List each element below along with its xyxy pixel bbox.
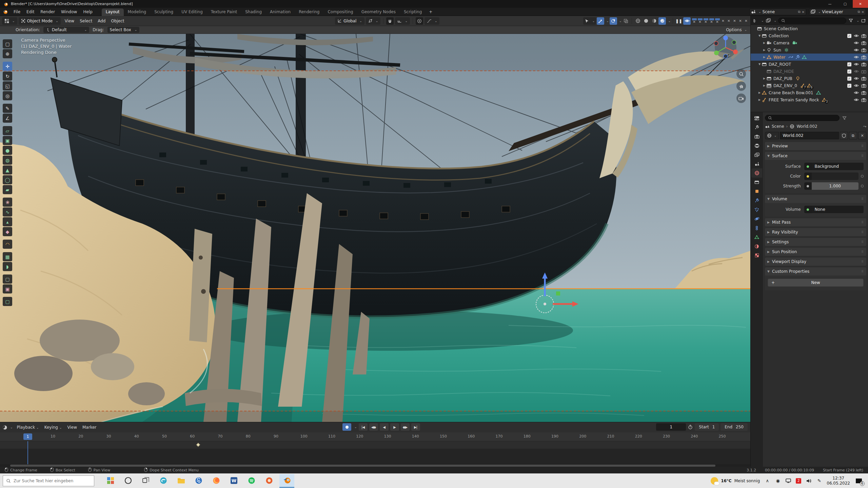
camera-toggle-icon[interactable]: [861, 47, 866, 53]
orientation-dropdown[interactable]: Default ⌄: [43, 27, 90, 33]
add-workspace-tab-button[interactable]: +: [426, 8, 435, 16]
properties-tab-constraints[interactable]: [751, 223, 762, 232]
record-icon[interactable]: ◉: [775, 478, 781, 483]
copy-icon[interactable]: ⧉: [798, 10, 800, 14]
property-field-strength[interactable]: 1.000: [804, 182, 859, 190]
add-torus-tool[interactable]: ◯: [3, 175, 12, 184]
search-input[interactable]: [14, 479, 85, 483]
camera-toggle-icon[interactable]: [861, 69, 866, 74]
taskbar-app-spotify[interactable]: [244, 474, 259, 488]
cube-liquid-tool[interactable]: ▣: [3, 284, 12, 293]
camera-toggle-icon[interactable]: [861, 97, 866, 103]
chevron-down-icon[interactable]: ⌄: [668, 19, 671, 23]
add-array-tool[interactable]: ▦: [3, 252, 12, 261]
play-reverse-button[interactable]: ◀: [380, 423, 389, 431]
outliner-row-scene-collection[interactable]: Scene Collection: [751, 25, 868, 32]
camera-toggle-icon[interactable]: [861, 40, 866, 46]
show-gizmo-toggle[interactable]: [597, 17, 604, 25]
taskbar-app-app-orange[interactable]: [262, 474, 277, 488]
expander-icon[interactable]: ▶: [762, 77, 766, 80]
new-property-button[interactable]: +New: [768, 279, 864, 287]
add-rainbow-tool[interactable]: ◠: [3, 240, 12, 249]
addon-icon[interactable]: ✕: [697, 18, 703, 24]
taskbar-app-firefox[interactable]: [209, 474, 224, 488]
breadcrumb-world[interactable]: World.002: [796, 124, 817, 129]
camera-toggle-icon[interactable]: [861, 62, 866, 67]
addon-icon[interactable]: ✕: [691, 18, 697, 24]
addon-icon[interactable]: ✕: [737, 18, 743, 24]
property-field-surface[interactable]: Background: [804, 163, 864, 170]
taskbar-search[interactable]: [3, 475, 94, 486]
tab-modeling[interactable]: Modeling: [124, 8, 151, 16]
camera-view-icon[interactable]: [736, 94, 746, 103]
pivot-point-dropdown[interactable]: ⌄: [366, 17, 381, 25]
properties-tab-modifiers[interactable]: [751, 196, 762, 205]
addon-icon[interactable]: ✕: [714, 18, 720, 24]
outliner-display-mode-dropdown[interactable]: [753, 18, 758, 23]
taskbar-app-edge[interactable]: [156, 474, 171, 488]
add-cube-outline-tool[interactable]: ▢: [3, 297, 12, 306]
xray-toggle[interactable]: [622, 17, 630, 25]
addon-icon[interactable]: ✕: [720, 18, 726, 24]
expander-icon[interactable]: ▼: [757, 34, 762, 37]
properties-tab-world[interactable]: [751, 168, 762, 178]
tab-rendering[interactable]: Rendering: [295, 8, 323, 16]
taskbar-app-cortana[interactable]: [121, 474, 136, 488]
expander-icon[interactable]: ▶: [762, 56, 766, 59]
outliner-row-daz-pub[interactable]: ▶DAZ_PUB✓: [751, 75, 868, 82]
selectability-dropdown[interactable]: ⌄: [583, 17, 596, 25]
volume-icon[interactable]: [806, 479, 812, 483]
taskbar-app-app-blue[interactable]: [191, 474, 206, 488]
timeline-menu-view[interactable]: View: [65, 425, 80, 430]
transform-orientation-dropdown[interactable]: Global ⌄: [335, 17, 364, 25]
timeline-channels[interactable]: [0, 441, 750, 464]
auto-keying-button[interactable]: [342, 423, 351, 431]
panel-header-viewport-display[interactable]: ▶Viewport Display⠿: [765, 258, 866, 266]
end-frame-field[interactable]: End 250: [721, 423, 748, 431]
outliner-row-water[interactable]: ▶Water: [751, 54, 868, 61]
panel-header-custom-properties[interactable]: ▼Custom Properties⠿: [765, 267, 866, 276]
property-field-color[interactable]: [804, 172, 859, 180]
filter-icon[interactable]: [848, 18, 853, 23]
shading-solid-button[interactable]: [642, 17, 650, 25]
properties-tab-scene[interactable]: [751, 159, 762, 168]
weather-widget[interactable]: 16°C Meist sonnig: [711, 477, 760, 485]
next-keyframe-button[interactable]: ◆▶: [401, 423, 410, 431]
world-name-field[interactable]: World.002: [780, 132, 839, 139]
eye-toggle-icon[interactable]: [853, 62, 859, 67]
chevron-down-icon[interactable]: ⌄: [606, 19, 609, 23]
addon-icon[interactable]: ✕: [709, 18, 714, 24]
proportional-falloff-dropdown[interactable]: ⌄: [425, 17, 440, 25]
tab-compositing[interactable]: Compositing: [323, 8, 357, 16]
timeline-editor-dropdown[interactable]: [2, 425, 7, 430]
expander-icon[interactable]: ▶: [762, 48, 766, 52]
select-box-tool[interactable]: ▢: [3, 39, 12, 48]
tab-scripting[interactable]: Scripting: [400, 8, 426, 16]
breadcrumb-scene[interactable]: Scene: [772, 124, 784, 129]
taskbar-app-task-view[interactable]: [138, 474, 153, 488]
pause-button[interactable]: ❚❚: [675, 17, 683, 25]
outliner-row-crane-beach-bow-001[interactable]: ▶Crane Beach Bow.001: [751, 89, 868, 96]
snap-target-dropdown[interactable]: ⌄: [395, 17, 410, 25]
keyframe-diamond[interactable]: [196, 443, 200, 447]
addon-icon[interactable]: ✕: [743, 18, 749, 24]
minimize-button[interactable]: —: [822, 0, 837, 8]
zoom-icon[interactable]: [736, 69, 746, 79]
transform-tool[interactable]: ◎: [3, 91, 12, 100]
eye-toggle-icon[interactable]: [853, 69, 859, 74]
panel-header-mist-pass[interactable]: ▶Mist Pass⠿: [765, 218, 866, 226]
timeline-menu-marker[interactable]: Marker: [80, 425, 99, 430]
property-field-volume[interactable]: None: [804, 206, 864, 213]
camera-toggle-icon[interactable]: [861, 90, 866, 96]
viewport-menu-select[interactable]: Select: [77, 19, 95, 23]
tab-uv-editing[interactable]: UV Editing: [177, 8, 207, 16]
outliner-row-free-terrain-sandy-rock[interactable]: ▶FREE Terrain Sandy Rock3: [751, 96, 868, 103]
properties-tab-particles[interactable]: [751, 205, 762, 214]
menu-help[interactable]: Help: [80, 8, 95, 16]
timeline-ruler[interactable]: 1020304050607080901001101201301401501601…: [0, 432, 750, 441]
properties-tab-output[interactable]: [751, 141, 762, 150]
properties-tab-object[interactable]: [751, 187, 762, 196]
outliner-search-input[interactable]: [778, 18, 846, 24]
addon-icon[interactable]: ✕: [726, 18, 732, 24]
world-datablock-dropdown[interactable]: ⌄: [765, 132, 779, 139]
